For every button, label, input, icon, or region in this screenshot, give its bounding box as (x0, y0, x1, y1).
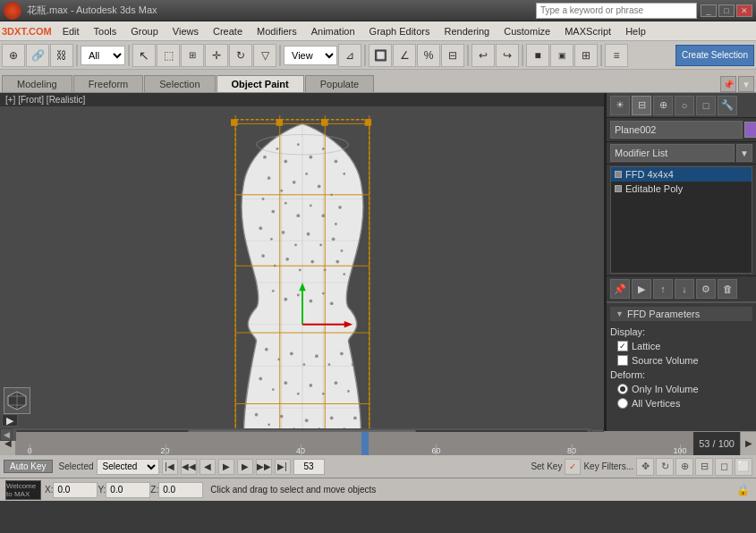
tb-mirror[interactable]: ▣ (550, 44, 573, 67)
svg-point-36 (310, 260, 314, 264)
tb-select-paint[interactable]: ⊞ (181, 44, 204, 67)
frame-input[interactable] (293, 459, 325, 475)
menu-customize[interactable]: Customize (497, 24, 557, 38)
ffd-collapse-arrow[interactable]: ▼ (616, 309, 624, 318)
nav-maximize[interactable]: ⬜ (735, 458, 752, 476)
viewport-canvas[interactable]: FRONT ▶ (0, 106, 604, 428)
tab-icon-arrow[interactable]: ▼ (738, 76, 754, 92)
transport-next[interactable]: ▶ (237, 459, 253, 475)
timeline-next-button[interactable]: ▶ (740, 432, 756, 455)
transport-start[interactable]: |◀ (162, 459, 178, 475)
set-key-button[interactable]: ✓ (565, 459, 581, 475)
tb-snap-toggle[interactable]: 🔲 (369, 44, 392, 67)
nav-orbit[interactable]: ↻ (656, 458, 674, 476)
close-button[interactable]: ✕ (736, 4, 752, 17)
transport-play[interactable]: ▶ (218, 459, 234, 475)
modifier-ffd[interactable]: FFD 4x4x4 (611, 167, 752, 182)
tb-spinner-snap[interactable]: ⊟ (441, 44, 464, 67)
tab-object-paint[interactable]: Object Paint (217, 75, 304, 92)
nav-zoom-region[interactable]: ⊟ (695, 458, 713, 476)
filter-dropdown[interactable]: All (81, 46, 125, 65)
menu-help[interactable]: Help (618, 24, 653, 38)
stack-up[interactable]: ↑ (653, 279, 673, 299)
transport-end[interactable]: ▶| (275, 459, 291, 475)
only-in-volume-radio[interactable] (617, 384, 628, 394)
menu-modifiers[interactable]: Modifiers (250, 24, 304, 38)
viewport[interactable]: [+] [Front] [Realistic] (0, 93, 606, 431)
tb-scale[interactable]: ▽ (253, 44, 276, 67)
tab-populate[interactable]: Populate (305, 75, 374, 92)
view-dropdown[interactable]: View (284, 46, 337, 65)
menu-group[interactable]: Group (123, 24, 166, 38)
modifier-dropdown-arrow[interactable]: ▼ (736, 144, 752, 162)
tb-link-button[interactable]: 🔗 (26, 44, 49, 67)
key-filters-label[interactable]: Key Filters... (583, 461, 633, 471)
nav-pan[interactable]: ✥ (636, 458, 654, 476)
tb-align[interactable]: ⊞ (574, 44, 598, 67)
viewport-cube[interactable] (4, 387, 30, 414)
tb-layer-mgr[interactable]: ≡ (605, 44, 628, 67)
timeline-position-marker[interactable] (361, 432, 369, 455)
panel-icon-modify[interactable]: ⊟ (632, 96, 651, 115)
stack-config[interactable]: ⚙ (696, 279, 716, 299)
create-selection-button[interactable]: Create Selection (675, 45, 754, 66)
menu-edit[interactable]: Edit (55, 24, 87, 38)
tb-redo[interactable]: ↪ (496, 44, 519, 67)
menu-graph-editors[interactable]: Graph Editors (362, 24, 437, 38)
all-vertices-radio[interactable] (617, 398, 628, 409)
tab-icon-pin[interactable]: 📌 (720, 76, 736, 92)
x-input[interactable] (53, 482, 98, 498)
tb-move[interactable]: ✛ (205, 44, 228, 67)
tb-select-region[interactable]: ⬚ (157, 44, 180, 67)
timeline-track[interactable]: 0 20 40 60 80 100 (16, 432, 693, 455)
tb-angle-snap[interactable]: ∠ (393, 44, 416, 67)
nav-zoom[interactable]: ⊕ (675, 458, 693, 476)
scroll-left-arrow[interactable]: ◀ (0, 428, 13, 441)
tb-named-sel[interactable]: ■ (526, 44, 549, 67)
panel-icon-sun[interactable]: ☀ (610, 96, 630, 115)
tb-coord-btn[interactable]: ⊿ (338, 44, 361, 67)
title-search-input[interactable] (536, 3, 697, 19)
tb-undo[interactable]: ↩ (471, 44, 495, 67)
tb-unlink-button[interactable]: ⛓ (50, 44, 73, 67)
transport-prev[interactable]: ◀ (200, 459, 216, 475)
lattice-checkbox[interactable]: ✓ (617, 341, 628, 351)
autokey-dropdown[interactable]: Selected (97, 459, 159, 475)
tab-freeform[interactable]: Freeform (73, 75, 144, 92)
menu-create[interactable]: Create (206, 24, 250, 38)
lock-icon[interactable]: 🔒 (735, 482, 751, 498)
object-name-input[interactable] (610, 121, 743, 139)
transport-prev-key[interactable]: ◀◀ (181, 459, 197, 475)
tab-selection[interactable]: Selection (144, 75, 215, 92)
nav-field[interactable]: ◻ (715, 458, 733, 476)
transport-next-key[interactable]: ▶▶ (256, 459, 272, 475)
object-color-swatch[interactable] (744, 122, 756, 138)
source-volume-checkbox[interactable] (617, 355, 628, 366)
tab-modeling[interactable]: Modeling (2, 75, 72, 92)
tb-rotate[interactable]: ↻ (229, 44, 252, 67)
stack-pin[interactable]: 📌 (610, 279, 630, 299)
panel-icon-motion[interactable]: ○ (675, 96, 694, 115)
tb-percent-snap[interactable]: % (417, 44, 440, 67)
stack-delete[interactable]: 🗑 (718, 279, 737, 299)
stack-down[interactable]: ↓ (675, 279, 694, 299)
modifier-list-label[interactable]: Modifier List (610, 144, 735, 162)
menu-animation[interactable]: Animation (304, 24, 362, 38)
modifier-editable-poly[interactable]: Editable Poly (611, 182, 752, 196)
z-input[interactable] (158, 482, 203, 498)
menu-rendering[interactable]: Rendering (437, 24, 497, 38)
menu-tools[interactable]: Tools (87, 24, 124, 38)
y-input[interactable] (106, 482, 150, 498)
tb-select-button[interactable]: ⊕ (2, 44, 25, 67)
maximize-button[interactable]: □ (718, 4, 735, 17)
panel-icon-display[interactable]: □ (696, 96, 716, 115)
menu-views[interactable]: Views (166, 24, 206, 38)
play-button[interactable]: ▶ (2, 414, 18, 427)
panel-icon-hierarchy[interactable]: ⊕ (653, 96, 673, 115)
panel-icon-utilities[interactable]: 🔧 (718, 96, 737, 115)
tb-select-object[interactable]: ↖ (132, 44, 156, 67)
stack-play[interactable]: ▶ (632, 279, 651, 299)
minimize-button[interactable]: _ (701, 4, 717, 17)
menu-maxscript[interactable]: MAXScript (557, 24, 618, 38)
auto-key-label[interactable]: Auto Key (4, 460, 53, 473)
